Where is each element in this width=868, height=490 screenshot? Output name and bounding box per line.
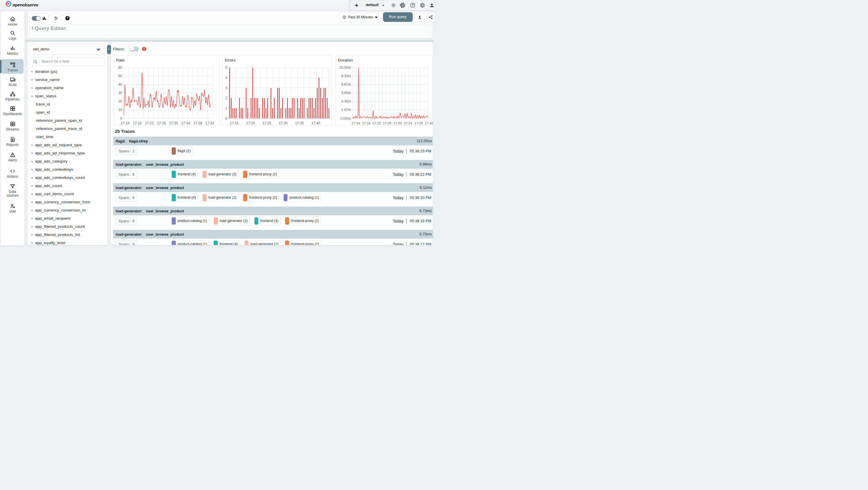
svg-text:20: 20 [118, 99, 122, 103]
svg-text:17:35: 17:35 [295, 121, 304, 125]
svg-text:17:14: 17:14 [120, 121, 129, 125]
svg-text:5: 5 [225, 66, 227, 70]
svg-text:3: 3 [225, 86, 227, 90]
svg-text:17:26: 17:26 [383, 122, 391, 125]
svg-text:50: 50 [118, 74, 122, 78]
svg-text:17:34: 17:34 [404, 122, 412, 125]
svg-text:17:18: 17:18 [362, 122, 370, 125]
svg-text:17:18: 17:18 [133, 121, 142, 125]
svg-text:17:30: 17:30 [393, 122, 402, 125]
svg-text:1.67m: 1.67m [341, 108, 351, 112]
svg-text:17:38: 17:38 [414, 122, 423, 125]
svg-text:30: 30 [118, 91, 122, 95]
svg-text:17:34: 17:34 [181, 121, 190, 125]
svg-text:4: 4 [225, 76, 227, 80]
svg-text:17:25: 17:25 [262, 121, 271, 125]
svg-text:0.00ns: 0.00ns [340, 117, 351, 121]
svg-text:17:26: 17:26 [157, 121, 165, 125]
svg-text:10: 10 [118, 108, 122, 112]
svg-text:8.33m: 8.33m [341, 74, 351, 78]
svg-text:0: 0 [225, 117, 227, 121]
svg-text:17:42: 17:42 [205, 121, 214, 125]
svg-text:17:22: 17:22 [145, 121, 154, 125]
svg-text:1: 1 [225, 106, 227, 110]
svg-text:17:14: 17:14 [351, 122, 360, 125]
svg-text:60: 60 [118, 66, 122, 70]
svg-text:17:42: 17:42 [425, 122, 433, 125]
svg-text:40: 40 [118, 83, 122, 87]
svg-text:17:20: 17:20 [246, 121, 255, 125]
svg-text:17:30: 17:30 [169, 121, 178, 125]
svg-text:2: 2 [225, 96, 227, 100]
svg-text:17:15: 17:15 [230, 121, 239, 125]
svg-text:17:30: 17:30 [279, 121, 287, 125]
svg-text:17:38: 17:38 [193, 121, 202, 125]
svg-text:17:40: 17:40 [311, 121, 320, 125]
svg-text:6.67m: 6.67m [341, 83, 351, 87]
svg-text:0: 0 [120, 117, 122, 121]
svg-text:10.00m: 10.00m [339, 66, 351, 70]
svg-text:17:22: 17:22 [372, 122, 381, 125]
svg-text:3.33m: 3.33m [341, 99, 351, 103]
svg-text:5.00m: 5.00m [341, 91, 351, 95]
